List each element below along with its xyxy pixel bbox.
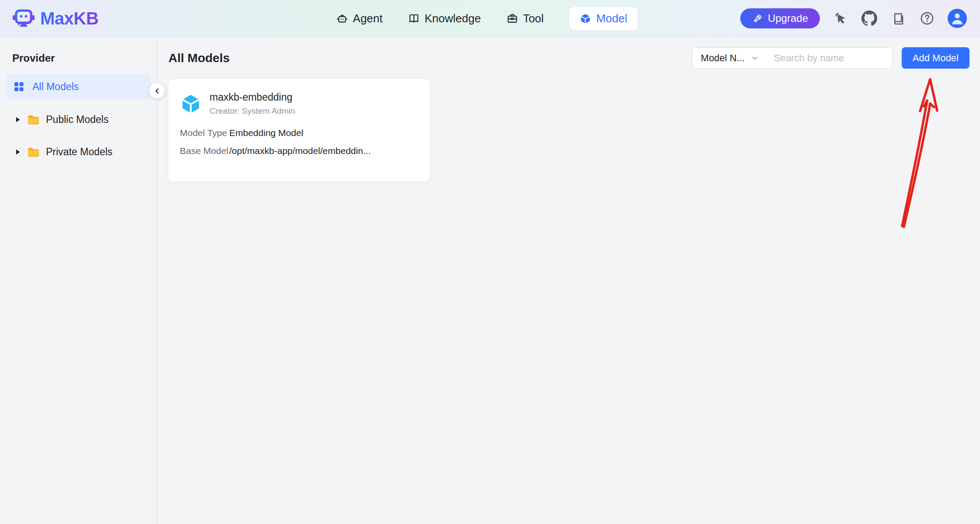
maxkb-logo-text: MaxKB <box>40 9 98 28</box>
knowledge-book-icon <box>408 13 420 24</box>
page-body: Provider All Models <box>0 37 980 524</box>
base-model-value: /opt/maxkb-app/model/embeddin... <box>229 146 418 156</box>
nav-tab-label: Model <box>596 12 627 25</box>
provider-sidebar: Provider All Models <box>0 37 157 524</box>
model-cube-icon <box>580 13 592 24</box>
sidebar-title: Provider <box>12 52 150 64</box>
sidebar-item-public-models[interactable]: Public Models <box>6 107 150 132</box>
sidebar-item-label: Private Models <box>46 146 112 158</box>
model-type-value: Embedding Model <box>229 128 418 138</box>
model-creator: Creator: System Admin <box>210 106 295 116</box>
nav-tab-label: Agent <box>353 12 383 25</box>
model-card-head: maxkb-embedding Creator: System Admin <box>180 91 418 117</box>
search-input[interactable] <box>766 48 893 68</box>
help-question-icon[interactable] <box>919 10 935 27</box>
add-model-button[interactable]: Add Model <box>902 47 970 69</box>
main-nav: Agent Knowledge Tool <box>336 0 638 37</box>
model-name: maxkb-embedding <box>210 91 295 103</box>
sidebar-item-private-models[interactable]: Private Models <box>6 140 150 164</box>
app-header: MaxKB Agent <box>0 0 980 37</box>
github-icon[interactable] <box>861 10 878 27</box>
folder-icon <box>27 114 40 125</box>
filter-dropdown-value: Model N... <box>701 52 745 64</box>
rocket-icon <box>752 13 763 24</box>
sidebar-item-label: All Models <box>32 81 79 93</box>
upgrade-label: Upgrade <box>768 12 808 24</box>
cursor-pointer-icon[interactable] <box>832 10 849 27</box>
model-card-title-block: maxkb-embedding Creator: System Admin <box>210 91 295 117</box>
nav-tab-label: Tool <box>523 12 544 25</box>
cyan-cube-icon <box>180 92 202 117</box>
search-group: Model N... <box>692 47 893 69</box>
nav-tab-label: Knowledge <box>424 12 481 25</box>
maxkb-robot-icon <box>12 7 35 30</box>
nav-tab-tool[interactable]: Tool <box>506 7 544 30</box>
caret-right-icon[interactable] <box>15 149 21 155</box>
sidebar-collapse-button[interactable] <box>149 83 164 98</box>
nav-tab-model[interactable]: Model <box>569 7 638 30</box>
nav-tab-knowledge[interactable]: Knowledge <box>408 7 481 30</box>
model-card[interactable]: maxkb-embedding Creator: System Admin Mo… <box>168 79 430 182</box>
caret-right-icon[interactable] <box>15 116 21 123</box>
folder-icon <box>27 147 40 157</box>
nav-tab-agent[interactable]: Agent <box>336 7 383 30</box>
main-toolbar: All Models Model N... Add Model <box>168 47 970 69</box>
user-avatar[interactable] <box>948 9 967 28</box>
maxkb-logo[interactable]: MaxKB <box>12 7 98 30</box>
chevron-down-icon <box>751 54 759 62</box>
model-card-grid: maxkb-embedding Creator: System Admin Mo… <box>168 79 970 182</box>
documentation-book-icon[interactable] <box>890 10 906 27</box>
upgrade-button[interactable]: Upgrade <box>740 8 820 28</box>
sidebar-item-all-models[interactable]: All Models <box>6 74 150 99</box>
toolbar-right: Model N... Add Model <box>692 47 970 69</box>
search-filter-dropdown[interactable]: Model N... <box>692 48 766 68</box>
model-type-label: Model Type <box>180 128 229 138</box>
grid-all-models-icon <box>13 81 24 92</box>
agent-robot-icon <box>336 13 348 24</box>
page-title: All Models <box>168 51 230 65</box>
base-model-label: Base Model <box>180 146 229 156</box>
model-card-rows: Model Type Embedding Model Base Model /o… <box>180 128 418 156</box>
header-actions: Upgrade <box>740 8 967 28</box>
main-content: All Models Model N... Add Model <box>157 37 980 524</box>
tool-box-icon <box>506 13 518 24</box>
sidebar-item-label: Public Models <box>46 114 108 126</box>
